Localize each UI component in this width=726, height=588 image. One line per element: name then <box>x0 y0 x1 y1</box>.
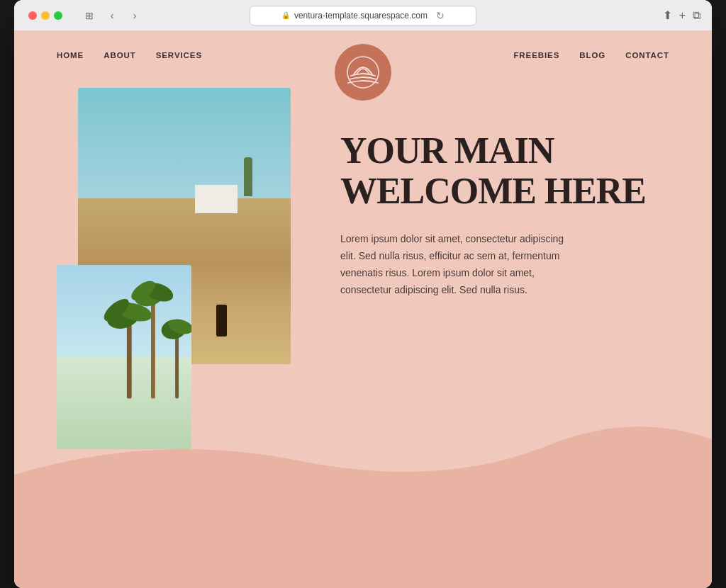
nav-right: FREEBIES BLOG CONTACT <box>513 51 669 60</box>
nav-freebies[interactable]: FREEBIES <box>513 51 559 60</box>
svg-rect-5 <box>151 295 155 398</box>
hero-images <box>57 88 298 364</box>
desert-cactus <box>244 157 252 196</box>
nav-services[interactable]: SERVICES <box>156 51 202 60</box>
browser-window: ⊞ ‹ › 🔒 ventura-template.squarespace.com… <box>14 0 712 588</box>
title-line2: WELCOME HERE <box>340 171 646 211</box>
palm-image <box>57 265 191 449</box>
new-tab-button[interactable]: + <box>679 9 686 22</box>
website-content: HOME ABOUT SERVICES <box>14 31 712 588</box>
desert-figure <box>216 305 227 337</box>
svg-rect-9 <box>175 329 179 399</box>
tabs-overview-button[interactable]: ⧉ <box>693 9 700 22</box>
lock-icon: 🔒 <box>281 11 290 19</box>
titlebar: ⊞ ‹ › 🔒 ventura-template.squarespace.com… <box>14 0 712 31</box>
desert-sky <box>78 88 291 213</box>
nav-blog[interactable]: BLOG <box>579 51 605 60</box>
titlebar-actions: ⬆ + ⧉ <box>663 9 700 22</box>
url-text: ventura-template.squarespace.com <box>294 11 428 21</box>
minimize-button[interactable] <box>41 11 50 20</box>
sidebar-toggle[interactable]: ⊞ <box>79 6 99 26</box>
hero-section: YOUR MAIN WELCOME HERE Lorem ipsum dolor… <box>14 74 712 364</box>
palm-trees-svg <box>84 274 191 412</box>
svg-rect-1 <box>127 316 132 399</box>
title-line1: YOUR MAIN <box>340 130 554 171</box>
forward-button[interactable]: › <box>125 6 145 26</box>
hero-text: YOUR MAIN WELCOME HERE Lorem ipsum dolor… <box>340 88 669 299</box>
welcome-title: YOUR MAIN WELCOME HERE <box>340 130 669 211</box>
palm-scene-bg <box>57 265 191 449</box>
traffic-lights <box>28 11 62 20</box>
close-button[interactable] <box>28 11 37 20</box>
nav-contact[interactable]: CONTACT <box>625 51 669 60</box>
share-button[interactable]: ⬆ <box>663 9 672 22</box>
welcome-body-text: Lorem ipsum dolor sit amet, consectetur … <box>340 231 567 298</box>
site-navigation: HOME ABOUT SERVICES <box>14 31 712 74</box>
reload-icon[interactable]: ↻ <box>436 10 445 21</box>
desert-building <box>195 185 238 213</box>
nav-home[interactable]: HOME <box>57 51 84 60</box>
url-bar[interactable]: 🔒 ventura-template.squarespace.com ↻ <box>250 6 476 26</box>
nav-about[interactable]: ABOUT <box>104 51 136 60</box>
nav-left: HOME ABOUT SERVICES <box>57 51 202 60</box>
fullscreen-button[interactable] <box>54 11 62 20</box>
browser-nav: ⊞ ‹ › <box>79 6 145 26</box>
back-button[interactable]: ‹ <box>102 6 122 26</box>
